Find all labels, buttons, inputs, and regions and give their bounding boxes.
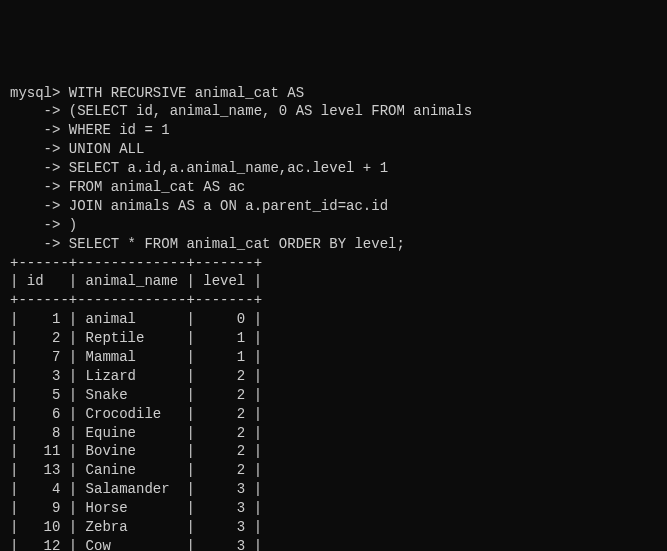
table-border-mid: +------+-------------+-------+ bbox=[10, 292, 262, 308]
table-header: | id | animal_name | level | bbox=[10, 273, 262, 289]
terminal-output: mysql> WITH RECURSIVE animal_cat AS -> (… bbox=[10, 84, 657, 551]
query-block: mysql> WITH RECURSIVE animal_cat AS -> (… bbox=[10, 85, 472, 252]
table-body: | 1 | animal | 0 | | 2 | Reptile | 1 | |… bbox=[10, 311, 262, 551]
table-border-top: +------+-------------+-------+ bbox=[10, 255, 262, 271]
